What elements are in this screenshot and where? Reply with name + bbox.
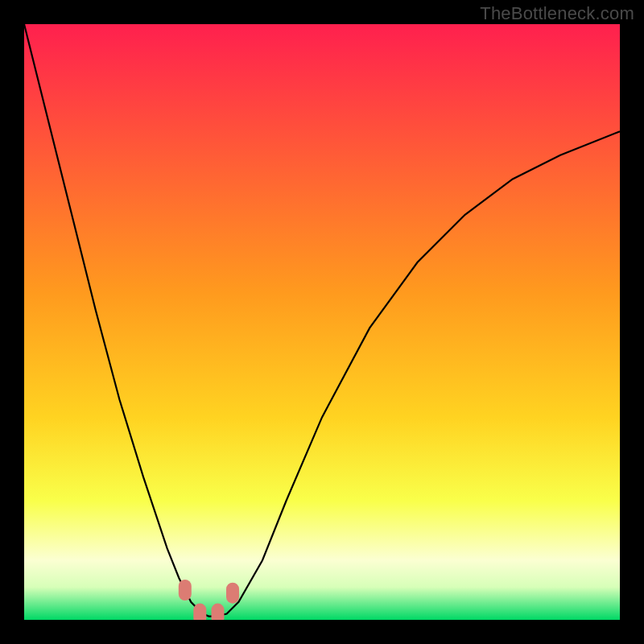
chart-background xyxy=(24,24,620,620)
chart-plot-area xyxy=(24,24,620,620)
minimum-marker xyxy=(179,580,192,601)
watermark-text: TheBottleneck.com xyxy=(480,3,634,24)
bottleneck-chart-svg xyxy=(24,24,620,620)
minimum-marker xyxy=(226,583,239,604)
minimum-marker xyxy=(193,604,206,620)
minimum-marker xyxy=(212,604,225,620)
